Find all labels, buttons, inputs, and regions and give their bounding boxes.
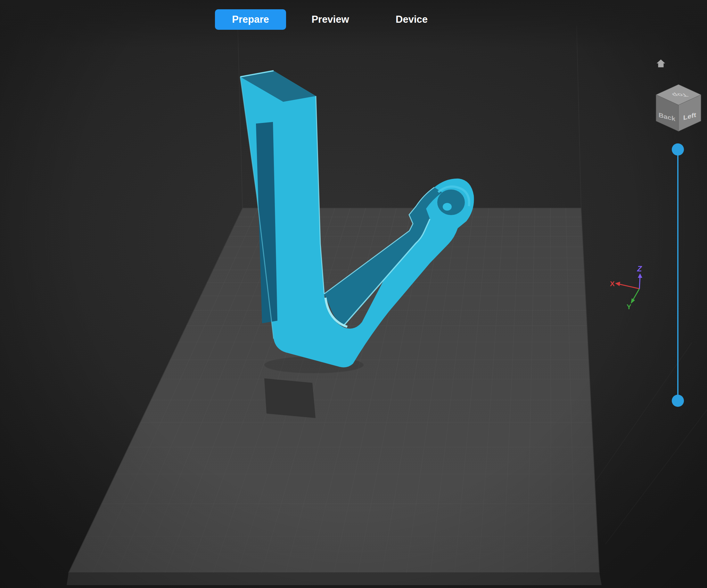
- scene-canvas[interactable]: [0, 0, 707, 588]
- model-curl-tip: [443, 203, 452, 211]
- zoom-slider-track[interactable]: [677, 149, 678, 401]
- top-tab-bar: Prepare Preview Device: [0, 0, 707, 42]
- home-icon[interactable]: [655, 58, 666, 69]
- plate-slot: [264, 378, 315, 418]
- zoom-slider-handle-top[interactable]: [672, 143, 684, 155]
- build-plate: [67, 208, 602, 585]
- viewport-3d[interactable]: Prepare Preview Device Top Back Left X Y…: [0, 0, 707, 588]
- model-curl-inner: [437, 189, 465, 215]
- axis-z-arrow: [638, 273, 642, 278]
- plate-front-rim: [67, 573, 602, 585]
- tab-preview[interactable]: Preview: [301, 9, 359, 30]
- zoom-slider-handle-bottom[interactable]: [672, 395, 684, 407]
- tab-device[interactable]: Device: [383, 9, 440, 30]
- axis-y-label: Y: [627, 303, 631, 310]
- view-cube[interactable]: Top Back Left: [653, 81, 704, 135]
- axis-y-arrow: [631, 298, 635, 304]
- axis-z-label: Z: [637, 264, 642, 273]
- tab-prepare[interactable]: Prepare: [215, 9, 286, 30]
- axis-indicator: X Y Z: [605, 259, 653, 310]
- axis-x-arrow: [615, 282, 620, 286]
- axis-x-label: X: [610, 280, 615, 288]
